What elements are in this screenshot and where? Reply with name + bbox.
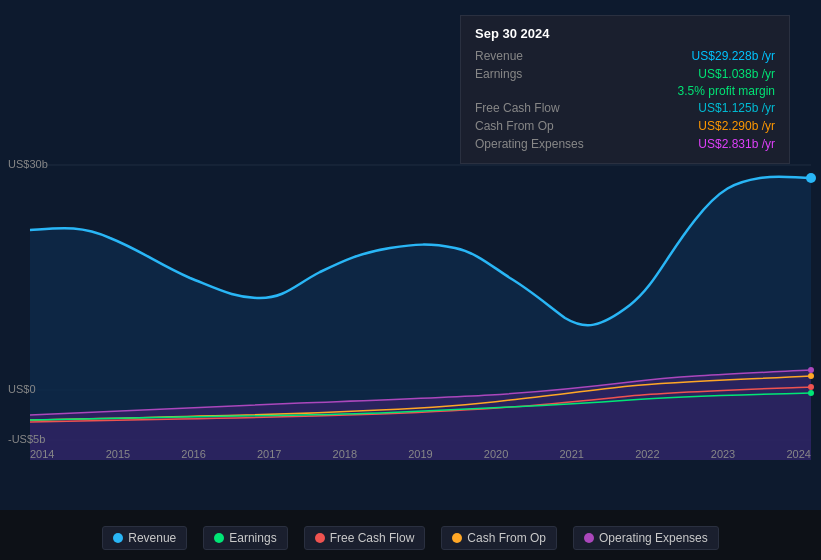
y-label-neg5b: -US$5b xyxy=(8,433,45,445)
x-label-2018: 2018 xyxy=(333,448,357,460)
revenue-dot xyxy=(113,533,123,543)
profit-margin-value: 3.5% profit margin xyxy=(678,84,775,98)
svg-point-8 xyxy=(808,390,814,396)
legend-earnings[interactable]: Earnings xyxy=(203,526,287,550)
legend-cash-from-op-label: Cash From Op xyxy=(467,531,546,545)
x-label-2022: 2022 xyxy=(635,448,659,460)
svg-point-7 xyxy=(808,384,814,390)
x-axis: 2014 2015 2016 2017 2018 2019 2020 2021 … xyxy=(30,448,811,460)
earnings-dot xyxy=(214,533,224,543)
x-label-2020: 2020 xyxy=(484,448,508,460)
chart-legend: Revenue Earnings Free Cash Flow Cash Fro… xyxy=(0,526,821,550)
free-cash-flow-value: US$1.125b /yr xyxy=(698,101,775,115)
info-tooltip: Sep 30 2024 Revenue US$29.228b /yr Earni… xyxy=(460,15,790,164)
cash-from-op-dot xyxy=(452,533,462,543)
profit-margin-row: 3.5% profit margin xyxy=(475,83,775,99)
x-label-2015: 2015 xyxy=(106,448,130,460)
revenue-label: Revenue xyxy=(475,49,523,63)
revenue-value: US$29.228b /yr xyxy=(692,49,775,63)
operating-expenses-dot xyxy=(584,533,594,543)
legend-operating-expenses-label: Operating Expenses xyxy=(599,531,708,545)
legend-revenue-label: Revenue xyxy=(128,531,176,545)
cash-from-op-value: US$2.290b /yr xyxy=(698,119,775,133)
legend-free-cash-flow[interactable]: Free Cash Flow xyxy=(304,526,426,550)
earnings-value: US$1.038b /yr xyxy=(698,67,775,81)
earnings-row: Earnings US$1.038b /yr xyxy=(475,65,775,83)
earnings-label: Earnings xyxy=(475,67,522,81)
x-label-2016: 2016 xyxy=(181,448,205,460)
operating-expenses-label: Operating Expenses xyxy=(475,137,584,151)
revenue-row: Revenue US$29.228b /yr xyxy=(475,47,775,65)
x-label-2021: 2021 xyxy=(559,448,583,460)
legend-revenue[interactable]: Revenue xyxy=(102,526,187,550)
x-label-2019: 2019 xyxy=(408,448,432,460)
operating-expenses-value: US$2.831b /yr xyxy=(698,137,775,151)
legend-earnings-label: Earnings xyxy=(229,531,276,545)
legend-cash-from-op[interactable]: Cash From Op xyxy=(441,526,557,550)
svg-point-4 xyxy=(806,173,816,183)
x-label-2023: 2023 xyxy=(711,448,735,460)
svg-point-6 xyxy=(808,373,814,379)
x-label-2017: 2017 xyxy=(257,448,281,460)
x-label-2014: 2014 xyxy=(30,448,54,460)
x-label-2024: 2024 xyxy=(786,448,810,460)
cash-from-op-label: Cash From Op xyxy=(475,119,554,133)
y-label-0: US$0 xyxy=(8,383,36,395)
cash-from-op-row: Cash From Op US$2.290b /yr xyxy=(475,117,775,135)
free-cash-flow-row: Free Cash Flow US$1.125b /yr xyxy=(475,99,775,117)
operating-expenses-row: Operating Expenses US$2.831b /yr xyxy=(475,135,775,153)
free-cash-flow-label: Free Cash Flow xyxy=(475,101,560,115)
svg-point-5 xyxy=(808,367,814,373)
free-cash-flow-dot xyxy=(315,533,325,543)
tooltip-date: Sep 30 2024 xyxy=(475,26,775,41)
legend-operating-expenses[interactable]: Operating Expenses xyxy=(573,526,719,550)
legend-free-cash-flow-label: Free Cash Flow xyxy=(330,531,415,545)
y-label-30b: US$30b xyxy=(8,158,48,170)
